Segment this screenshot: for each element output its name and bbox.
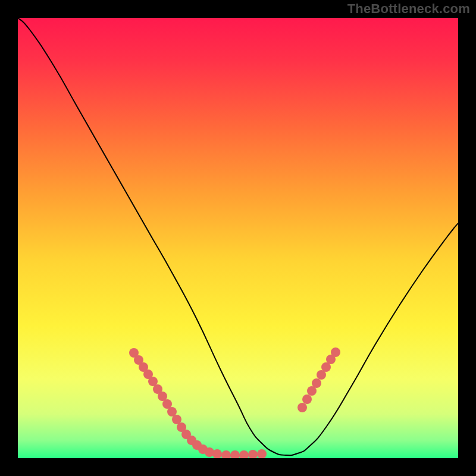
right-dots-dot bbox=[298, 403, 307, 412]
right-dots-dot bbox=[312, 378, 321, 388]
chart-container: TheBottleneck.com bbox=[0, 0, 476, 476]
left-dots-dot bbox=[212, 449, 222, 459]
left-dots-dot bbox=[248, 450, 258, 459]
bottleneck-chart bbox=[0, 0, 476, 476]
left-dots-dot bbox=[257, 449, 267, 459]
right-dots-dot bbox=[331, 347, 340, 357]
right-dots-dot bbox=[302, 394, 312, 404]
plot-background bbox=[18, 18, 458, 458]
watermark-label: TheBottleneck.com bbox=[347, 1, 470, 17]
